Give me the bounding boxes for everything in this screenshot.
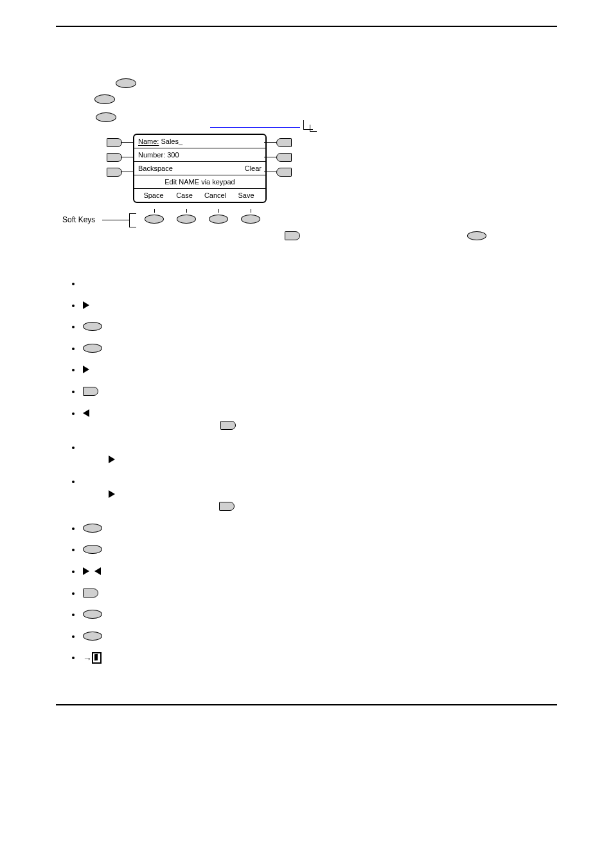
instruction-item	[82, 544, 557, 556]
oval-key-icon	[83, 524, 102, 533]
nav-right-icon	[109, 456, 115, 463]
instruction-item	[82, 475, 557, 513]
instruction-list: →	[56, 278, 557, 666]
top-rule	[56, 26, 557, 27]
oval-key-icon	[83, 610, 102, 619]
lcd-name-value: Sales_	[161, 137, 182, 145]
lcd-row-prompt: Edit NAME via keypad	[134, 175, 265, 189]
d-key-icon	[219, 502, 235, 511]
hint-line-icon	[210, 127, 300, 128]
lcd-row-softkeys: Space Case Cancel Save	[134, 189, 265, 202]
phone-figure: Name: Sales_ Number: 300 Backspace Clear…	[62, 66, 525, 258]
instruction-item	[82, 608, 557, 621]
instruction-item	[82, 364, 557, 376]
hint-angle2-icon	[310, 125, 317, 132]
sk-tick-3	[218, 209, 219, 213]
lcd-number-label: Number:	[138, 151, 165, 159]
sk-tick-1	[154, 209, 155, 213]
d-key-icon	[83, 387, 98, 396]
softkeys-bracket-icon	[129, 213, 136, 227]
instruction-item	[82, 407, 557, 432]
instruction-item	[82, 522, 557, 535]
right-key-3-icon	[276, 168, 292, 177]
nav-right-icon	[83, 366, 89, 373]
extra-key-bl-icon	[285, 231, 300, 240]
line-r1	[264, 142, 276, 143]
line-r2	[264, 157, 276, 157]
softkeys-label: Soft Keys	[62, 215, 95, 224]
instruction-item	[82, 342, 557, 355]
nav-left-icon	[94, 567, 101, 575]
left-key-2-icon	[107, 153, 122, 162]
oval-key-icon	[83, 545, 102, 554]
nav-right-icon	[83, 567, 89, 575]
lcd-number-value: 300	[167, 151, 179, 159]
instruction-item	[82, 278, 557, 290]
lcd-display: Name: Sales_ Number: 300 Backspace Clear…	[133, 134, 267, 203]
sk-tick-2	[186, 209, 187, 213]
lcd-row-name: Name: Sales_	[134, 135, 265, 148]
instruction-item	[82, 565, 557, 578]
softkey-1-icon	[145, 215, 164, 224]
line-r3	[264, 172, 276, 172]
instruction-item	[82, 321, 557, 333]
lcd-row-number: Number: 300	[134, 148, 265, 162]
lcd-name-label: Name:	[138, 137, 159, 145]
exit-icon: →	[83, 652, 102, 666]
oval-key-icon	[83, 632, 102, 641]
instruction-item: →	[82, 651, 557, 666]
extra-key-br-icon	[467, 231, 486, 240]
sk-tick-4	[251, 209, 251, 213]
lcd-sk-space: Space	[138, 191, 169, 200]
d-key-icon	[220, 421, 236, 430]
lcd-prompt: Edit NAME via keypad	[164, 177, 235, 186]
instruction-item	[82, 299, 557, 312]
top-key-1-icon	[116, 78, 136, 88]
softkey-3-icon	[209, 215, 228, 224]
oval-key-icon	[83, 322, 102, 331]
left-key-1-icon	[107, 138, 122, 147]
lcd-sk-cancel: Cancel	[200, 191, 231, 200]
nav-right-icon	[109, 490, 115, 498]
nav-left-icon	[83, 409, 89, 417]
softkey-2-icon	[177, 215, 196, 224]
lcd-sk-save: Save	[231, 191, 262, 200]
right-key-2-icon	[276, 153, 292, 162]
softkey-4-icon	[241, 215, 260, 224]
lcd-row-bkspclear: Backspace Clear	[134, 162, 265, 175]
d-key-icon	[83, 589, 98, 598]
instruction-item	[82, 441, 557, 466]
top-key-3-icon	[96, 112, 116, 122]
line-l3	[121, 172, 133, 172]
right-key-1-icon	[276, 138, 292, 147]
line-l2	[121, 157, 133, 157]
top-key-2-icon	[94, 94, 115, 104]
oval-key-icon	[83, 344, 102, 353]
instruction-item	[82, 630, 557, 643]
nav-right-icon	[83, 301, 89, 309]
left-key-3-icon	[107, 168, 122, 177]
line-l1	[121, 142, 133, 143]
softkeys-leader-line	[102, 220, 129, 220]
bottom-rule	[56, 704, 557, 705]
lcd-backspace: Backspace	[138, 164, 173, 173]
lcd-sk-case: Case	[169, 191, 200, 200]
instruction-item	[82, 385, 557, 398]
lcd-clear: Clear	[245, 164, 262, 173]
instruction-item	[82, 587, 557, 600]
